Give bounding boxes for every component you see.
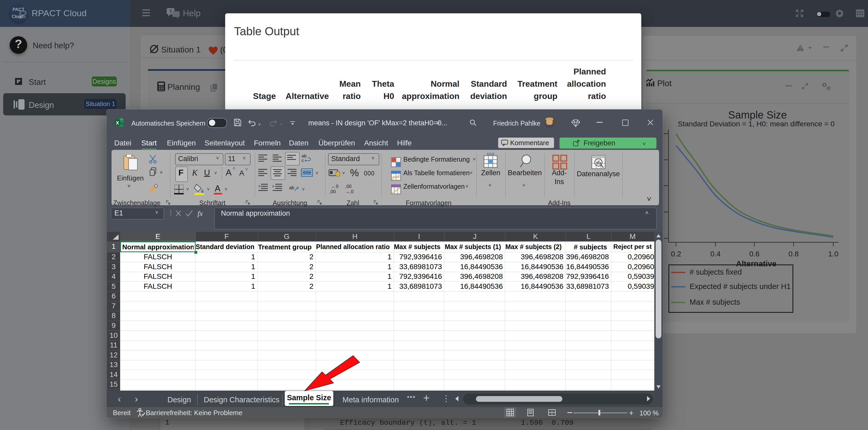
svg-text:0.2: 0.2 <box>671 250 681 258</box>
svg-text:0.4: 0.4 <box>711 250 721 258</box>
svg-text:0.8: 0.8 <box>788 250 799 258</box>
svg-text:,00: ,00 <box>330 189 336 194</box>
svg-text:→,0: →,0 <box>345 189 354 194</box>
svg-text:,00: ,00 <box>345 184 352 189</box>
svg-text:ab: ab <box>289 185 294 190</box>
svg-text:fx: fx <box>197 209 203 218</box>
svg-text:1.0: 1.0 <box>828 250 838 258</box>
svg-text:X: X <box>116 120 119 126</box>
svg-text:←0: ←0 <box>332 184 339 189</box>
svg-text:c: c <box>302 158 304 163</box>
svg-text:0.6: 0.6 <box>749 250 760 258</box>
svg-text:?: ? <box>169 9 172 14</box>
